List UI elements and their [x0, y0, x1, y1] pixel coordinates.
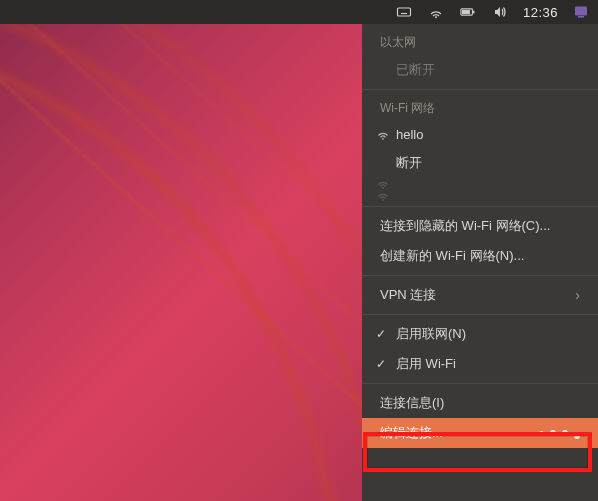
separator: [362, 383, 598, 384]
session-indicator-icon[interactable]: [572, 3, 590, 21]
connection-info-label: 连接信息(I): [380, 394, 444, 412]
svg-rect-11: [578, 16, 584, 18]
enable-networking-label: 启用联网(N): [396, 325, 466, 343]
svg-point-6: [435, 16, 437, 18]
svg-rect-9: [462, 10, 470, 14]
sound-indicator-icon[interactable]: [491, 3, 509, 21]
network-indicator-icon[interactable]: [427, 3, 445, 21]
svg-point-12: [382, 137, 384, 139]
separator: [362, 314, 598, 315]
ethernet-disconnected-label: 已断开: [396, 61, 435, 79]
wifi-signal-icon: [376, 129, 390, 141]
wifi-section-label: Wi-Fi 网络: [362, 94, 598, 121]
battery-indicator-icon[interactable]: [459, 3, 477, 21]
enable-wifi-label: 启用 Wi-Fi: [396, 355, 456, 373]
enable-networking-toggle[interactable]: 启用联网(N): [362, 319, 598, 349]
create-new-wifi-label: 创建新的 Wi-Fi 网络(N)...: [380, 247, 524, 265]
svg-point-13: [382, 187, 384, 189]
separator: [362, 206, 598, 207]
connect-hidden-wifi-label: 连接到隐藏的 Wi-Fi 网络(C)...: [380, 217, 550, 235]
svg-rect-8: [473, 11, 475, 14]
separator: [362, 275, 598, 276]
svg-rect-0: [397, 8, 410, 16]
keyboard-indicator-icon[interactable]: [395, 3, 413, 21]
chevron-right-icon: ›: [575, 287, 580, 303]
vpn-connections-item[interactable]: VPN 连接 ›: [362, 280, 598, 310]
connection-info-item[interactable]: 连接信息(I): [362, 388, 598, 418]
clock[interactable]: 12:36: [523, 5, 558, 20]
wifi-signal-icon: [376, 178, 390, 190]
wifi-network-empty-2: [362, 190, 598, 202]
separator: [362, 89, 598, 90]
edit-connections-label: 编辑连接...: [380, 424, 443, 442]
loading-dots-icon: [539, 430, 580, 436]
top-panel: 12:36: [0, 0, 598, 24]
wifi-network-empty-1: [362, 178, 598, 190]
network-menu: 以太网 已断开 Wi-Fi 网络 hello 断开: [362, 24, 598, 501]
connect-hidden-wifi-item[interactable]: 连接到隐藏的 Wi-Fi 网络(C)...: [362, 211, 598, 241]
vpn-connections-label: VPN 连接: [380, 286, 436, 304]
ethernet-disconnected-item: 已断开: [362, 55, 598, 85]
wifi-disconnect-item[interactable]: 断开: [362, 148, 598, 178]
wifi-network-label: hello: [396, 127, 423, 142]
wifi-network-hello[interactable]: hello: [362, 121, 598, 148]
enable-wifi-toggle[interactable]: 启用 Wi-Fi: [362, 349, 598, 379]
svg-point-14: [382, 199, 384, 201]
ethernet-section-label: 以太网: [362, 28, 598, 55]
svg-rect-10: [575, 7, 587, 16]
create-new-wifi-item[interactable]: 创建新的 Wi-Fi 网络(N)...: [362, 241, 598, 271]
wifi-signal-icon: [376, 190, 390, 202]
wifi-disconnect-label: 断开: [396, 154, 422, 172]
edit-connections-item[interactable]: 编辑连接...: [362, 418, 598, 448]
